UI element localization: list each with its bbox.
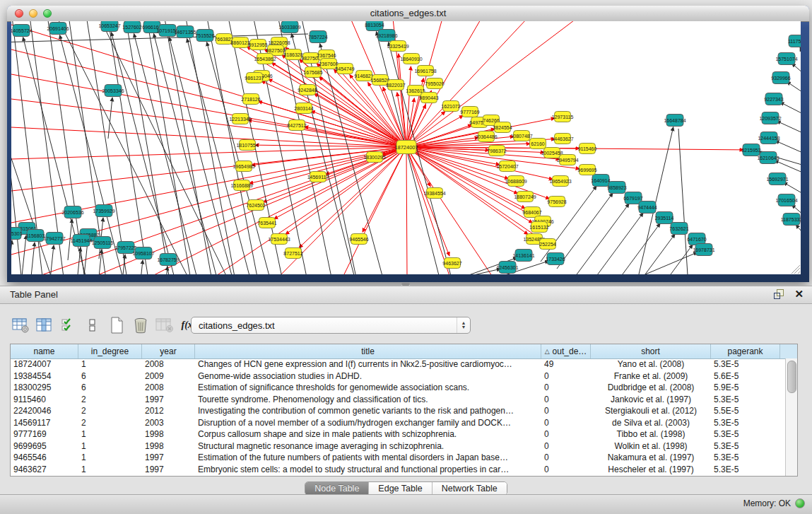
graph-node[interactable]: 7632621 <box>669 223 688 235</box>
graph-node[interactable]: 14671355 <box>174 26 196 38</box>
network-canvas[interactable]: 1405572420691406106532471527602696616010… <box>11 21 801 274</box>
table-row[interactable]: 969969511998Structural magnetic resonanc… <box>11 440 786 452</box>
graph-node[interactable]: 7515526 <box>195 30 214 42</box>
column-header-indegree[interactable]: in_degree <box>78 344 142 358</box>
graph-node[interactable]: 252254 <box>539 239 555 250</box>
graph-node[interactable]: 20691406 <box>47 23 69 35</box>
table-row[interactable]: 1456911722003Disruption of a novel membe… <box>11 417 786 429</box>
graph-node[interactable]: 12093572 <box>759 112 781 124</box>
graph-node[interactable]: 12973115 <box>552 112 574 122</box>
graph-node[interactable]: 14569117 <box>307 172 329 182</box>
graph-node[interactable]: 8822037 <box>386 80 405 90</box>
graph-node[interactable]: 13325419 <box>387 41 408 52</box>
graph-node[interactable]: 1675685 <box>303 67 322 78</box>
tab-network-table[interactable]: Network Table <box>433 482 507 495</box>
graph-node[interactable]: 18107554 <box>236 140 258 151</box>
table-row[interactable]: 946554611997Estimation of the future num… <box>11 452 786 464</box>
graph-node[interactable]: 7857224 <box>308 31 327 43</box>
graph-node[interactable]: 15751074 <box>775 53 797 65</box>
table-row[interactable]: 946362711997Embryonic stem cells: a mode… <box>11 464 786 476</box>
graph-node[interactable]: 9890443 <box>419 93 438 103</box>
graph-node[interactable]: 9115460 <box>578 144 597 154</box>
graph-node[interactable]: 8454749 <box>335 64 354 74</box>
graph-node[interactable]: 62160 <box>530 139 546 149</box>
column-header-name[interactable]: name <box>11 344 78 358</box>
graph-node[interactable]: 16782759 <box>157 254 179 266</box>
graph-node[interactable]: 1156803 <box>26 230 45 242</box>
new-document-button[interactable] <box>106 315 127 336</box>
graph-node[interactable]: 10958107 <box>132 247 154 259</box>
graph-node[interactable]: 2935114 <box>655 212 674 224</box>
graph-node[interactable]: 15692971 <box>766 173 788 185</box>
table-mode-button[interactable] <box>82 315 103 336</box>
table-settings-button[interactable] <box>10 315 31 336</box>
float-panel-icon[interactable] <box>774 288 784 299</box>
graph-node[interactable]: 16033809 <box>278 21 300 33</box>
column-header-short[interactable]: short <box>591 344 711 358</box>
graph-node[interactable]: 8427512 <box>287 120 306 131</box>
column-header-outde[interactable]: △out_de… <box>541 344 591 358</box>
graph-node[interactable]: 9474444 <box>637 201 657 214</box>
graph-node[interactable]: 17942737 <box>43 233 65 245</box>
graph-node[interactable]: 10688609 <box>505 176 526 187</box>
column-visibility-button[interactable] <box>34 315 55 336</box>
graph-node[interactable]: 7624502 <box>246 200 265 211</box>
graph-node[interactable]: 8727512 <box>283 248 302 259</box>
graph-node[interactable]: 20206536 <box>61 206 83 218</box>
memory-status-indicator[interactable] <box>795 498 805 508</box>
table-scrollbar[interactable] <box>785 358 797 476</box>
table-scrollbar-thumb[interactable] <box>787 361 796 393</box>
graph-node[interactable]: 16648784 <box>664 115 686 127</box>
table-row[interactable]: 1872400712008Changes of HCN gene express… <box>11 358 786 370</box>
graph-node[interactable]: 8215953 <box>741 144 760 156</box>
graph-node[interactable]: 16978731 <box>693 244 714 256</box>
graph-node[interactable]: 14463627 <box>551 134 573 144</box>
graph-node[interactable]: 7955020 <box>425 78 444 89</box>
graph-node[interactable]: 9463627 <box>442 258 461 269</box>
graph-node[interactable]: 1621072 <box>441 101 460 112</box>
network-window-titlebar[interactable]: citations_edges.txt <box>7 6 809 22</box>
graph-node[interactable]: 1117534 <box>788 35 801 47</box>
graph-node[interactable]: 8860123 <box>230 37 249 48</box>
graph-node[interactable]: 16210643 <box>757 152 779 164</box>
graph-node[interactable]: 19654923 <box>549 176 571 187</box>
graph-node[interactable]: 14055724 <box>11 25 33 37</box>
tab-edge-table[interactable]: Edge Table <box>369 482 432 495</box>
graph-node[interactable]: 2803144 <box>294 103 313 114</box>
graph-node[interactable]: 3824554 <box>493 122 512 133</box>
graph-node[interactable]: 9756928 <box>547 197 566 207</box>
column-header-year[interactable]: year <box>142 344 195 358</box>
graph-node[interactable]: 15720407 <box>496 161 518 172</box>
table-row[interactable]: 2242004622012Investigating the contribut… <box>11 405 786 417</box>
graph-node[interactable]: 12444158 <box>758 132 779 144</box>
table-row[interactable]: 1830029562008Estimation of significance … <box>11 382 786 394</box>
graph-node[interactable]: 19654985 <box>233 161 254 172</box>
graph-node[interactable]: 17359929 <box>93 205 114 217</box>
graph-node[interactable]: 10807487 <box>510 131 532 141</box>
graph-node[interactable]: 18640910 <box>400 54 422 64</box>
graph-node[interactable]: 6471670 <box>687 233 706 245</box>
trash-button[interactable] <box>130 315 151 336</box>
column-header-pagerank[interactable]: pagerank <box>711 344 780 358</box>
graph-node[interactable]: 17016504 <box>775 194 797 206</box>
graph-node[interactable]: 10653247 <box>98 21 120 32</box>
graph-node[interactable]: 12456301 <box>496 262 518 274</box>
graph-node[interactable]: 9242848 <box>298 85 317 95</box>
graph-node[interactable]: 8912955 <box>248 40 267 50</box>
graph-node[interactable]: 1527602 <box>122 21 141 33</box>
graph-node[interactable]: 18724007 <box>394 141 418 154</box>
graph-node[interactable]: 12213343 <box>229 114 251 124</box>
graph-node[interactable]: 9777169 <box>460 107 479 117</box>
graph-node[interactable]: 3315301 <box>11 228 23 240</box>
row-selection-button[interactable] <box>58 315 79 336</box>
tab-node-table[interactable]: Node Table <box>305 482 369 495</box>
column-header-title[interactable]: title <box>195 344 541 358</box>
table-row[interactable]: 977716911998Corpus callosum shape and si… <box>11 428 786 440</box>
table-selector-dropdown[interactable]: citations_edges.txt ▲▼ <box>191 317 471 334</box>
graph-node[interactable]: 2718126 <box>241 94 260 105</box>
graph-node[interactable]: 14136141 <box>512 250 534 262</box>
graph-node[interactable]: 16543862 <box>254 54 276 64</box>
graph-node[interactable]: 9858923 <box>607 182 626 194</box>
graph-node[interactable]: 7986372 <box>487 146 506 156</box>
graph-node[interactable]: 1733426 <box>546 253 565 265</box>
